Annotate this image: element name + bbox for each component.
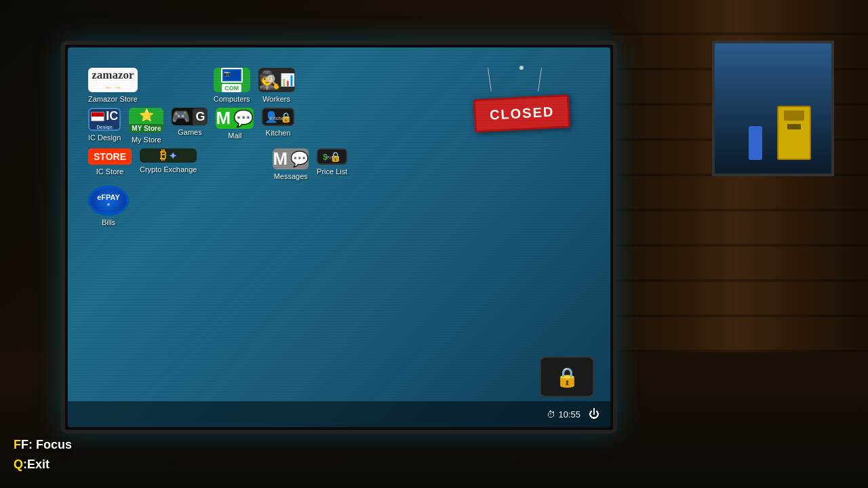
locked-label xyxy=(273,186,275,195)
monitor: zamazor ←→ Zamazor Store 📷 COM Comput xyxy=(61,41,617,434)
crypto-label: Crypto Exchange xyxy=(140,165,197,174)
app-icon-computers[interactable]: 📷 COM Computers xyxy=(214,68,250,104)
my-store-label: My Store xyxy=(132,136,161,144)
clock-icon: ⏱ xyxy=(547,409,555,420)
computers-label: Computers xyxy=(214,95,250,104)
time-display: 10:55 xyxy=(558,409,580,420)
workers-label: Workers xyxy=(262,95,290,104)
closed-sign: CLOSED xyxy=(473,94,570,132)
sign-strings xyxy=(501,68,542,92)
taskbar-time: ⏱ 10:55 xyxy=(547,409,580,420)
exit-key: Q xyxy=(14,458,23,471)
app-icon-workers[interactable]: 🕵️ 📊 Workers xyxy=(258,68,295,104)
window-scene xyxy=(712,41,834,176)
monitor-screen: zamazor ←→ Zamazor Store 📷 COM Comput xyxy=(68,47,610,427)
ic-design-label: IC Design xyxy=(88,134,121,142)
app-icon-messages[interactable]: M 💬 Messages xyxy=(273,148,309,181)
app-icon-mail[interactable]: M 💬 Mail xyxy=(216,108,254,140)
sign-hook xyxy=(519,66,524,70)
focus-key: F xyxy=(14,438,21,451)
app-icon-zamazor[interactable]: zamazor ←→ Zamazor Store xyxy=(88,68,138,104)
window-scene-inner xyxy=(715,43,831,174)
key-hints: FF: Focus Q:Exit xyxy=(14,435,72,474)
app-icon-games[interactable]: 🎮 G Games xyxy=(172,108,208,137)
taskbar: ⏱ 10:55 ⏻ xyxy=(68,401,610,427)
app-icon-bills[interactable]: eFPAY ● Bills xyxy=(88,186,129,227)
kitchen-label: Kitchen xyxy=(266,129,291,138)
mail-label: Mail xyxy=(228,131,241,140)
power-button[interactable]: ⏻ xyxy=(589,408,599,420)
focus-hint: FF: Focus xyxy=(14,435,72,455)
games-label: Games xyxy=(178,128,201,137)
price-list-label: Price List xyxy=(317,167,347,176)
atm-machine xyxy=(777,106,811,160)
character-figure xyxy=(749,126,762,160)
app-icon-my-store[interactable]: ⭐ MY Store My Store xyxy=(129,108,163,144)
app-icon-locked[interactable]: 🔒 xyxy=(273,186,275,195)
app-icon-kitchen[interactable]: 👤 🔒 Kitchen Kitchen xyxy=(262,108,294,138)
messages-label: Messages xyxy=(274,172,308,181)
zamazor-label: Zamazor Store xyxy=(88,95,138,104)
exit-hint: Q:Exit xyxy=(14,455,72,474)
kitchen-label-inner: Kitchen xyxy=(269,116,287,121)
app-icon-ic-design[interactable]: IC Design IC Design xyxy=(88,108,121,142)
app-icon-crypto[interactable]: ₿ ✦ Crypto Exchange xyxy=(140,148,197,174)
app-icon-price-list[interactable]: $ 🔒 Price Price List xyxy=(317,148,347,176)
app-icon-ic-store[interactable]: STORE IC Store xyxy=(88,148,132,176)
closed-sign-container: CLOSED xyxy=(474,68,570,130)
ic-store-label: IC Store xyxy=(96,167,123,176)
bills-label: Bills xyxy=(102,218,115,227)
